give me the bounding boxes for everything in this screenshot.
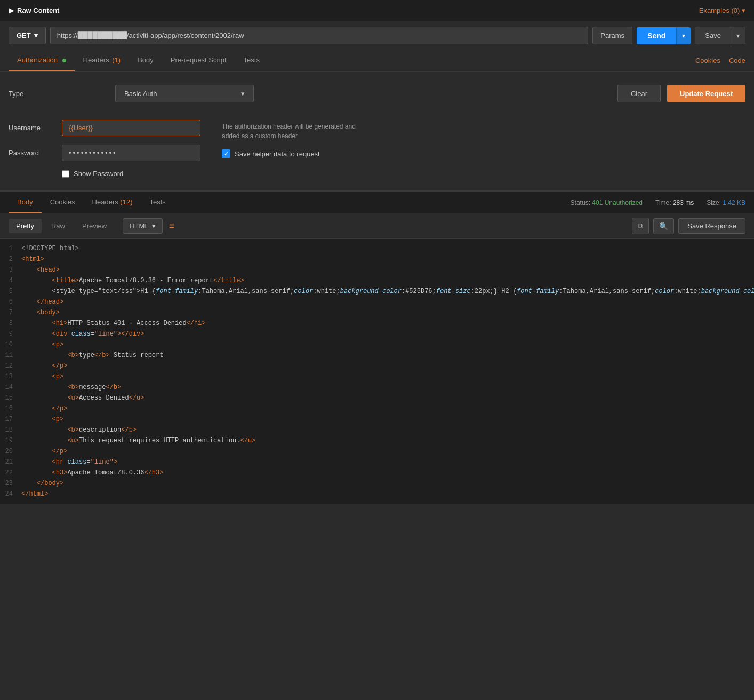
save-helper-checkbox[interactable]: ✓: [222, 149, 230, 158]
code-line: 22 <h3>Apache Tomcat/8.0.36</h3>: [0, 467, 754, 478]
code-line: 3 <head>: [0, 265, 754, 275]
status-label: Status: 401 Unauthorized: [571, 199, 643, 206]
tab-body[interactable]: Body: [129, 50, 162, 71]
format-select[interactable]: HTML ▾: [123, 218, 162, 234]
method-arrow-icon: ▾: [34, 31, 38, 39]
code-viewer: 1<!DOCTYPE html>2<html>3 <head>4 <title>…: [0, 239, 754, 504]
params-button[interactable]: Params: [592, 27, 632, 44]
auth-field-group: Username Password Show Password: [9, 120, 200, 178]
auth-status-dot: [62, 59, 66, 62]
size-value: 1.42 KB: [723, 199, 745, 206]
tab-pre-request[interactable]: Pre-request Script: [162, 50, 235, 71]
code-line: 7 <body>: [0, 307, 754, 318]
send-button[interactable]: Send: [637, 27, 676, 44]
resp-actions: ⧉ 🔍 Save Response: [632, 218, 745, 234]
auth-info: The authorization header will be generat…: [222, 120, 371, 178]
code-line: 10 <p>: [0, 339, 754, 350]
code-line: 12 </p>: [0, 361, 754, 371]
code-line: 2<html>: [0, 254, 754, 265]
username-label: Username: [9, 124, 62, 132]
copy-button[interactable]: ⧉: [632, 218, 649, 234]
time-value: 283 ms: [673, 199, 694, 206]
auth-type-select[interactable]: Basic Auth ▾: [115, 85, 254, 102]
body-status: Status: 401 Unauthorized Time: 283 ms Si…: [571, 199, 745, 206]
save-dropdown-button[interactable]: ▾: [731, 27, 745, 44]
auth-info-text: The authorization header will be generat…: [222, 122, 371, 141]
tab-headers-response[interactable]: Headers (12): [84, 192, 141, 213]
save-helper-row: ✓ Save helper data to request: [222, 149, 371, 158]
search-button[interactable]: 🔍: [653, 218, 674, 234]
code-line: 14 <b>message</b>: [0, 382, 754, 393]
code-line: 5 <style type="text/css">H1 {font-family…: [0, 286, 754, 297]
tab-tests[interactable]: Tests: [235, 50, 268, 71]
code-line: 18 <b>description</b>: [0, 425, 754, 435]
save-button[interactable]: Save: [695, 27, 731, 44]
code-line: 16 </p>: [0, 403, 754, 414]
type-label: Type: [9, 90, 115, 98]
code-line: 17 <p>: [0, 414, 754, 425]
auth-type-row: Type Basic Auth ▾ Clear Update Request: [9, 85, 745, 102]
tab-authorization[interactable]: Authorization: [9, 50, 75, 71]
save-button-group: Save ▾: [695, 27, 745, 44]
wrap-icon[interactable]: ≡: [169, 220, 175, 232]
auth-fields: Username Password Show Password The auth…: [9, 115, 745, 182]
send-dropdown-button[interactable]: ▾: [676, 27, 691, 44]
cookies-link[interactable]: Cookies: [695, 57, 720, 65]
code-line: 6 </head>: [0, 297, 754, 307]
size-label: Size: 1.42 KB: [707, 199, 745, 206]
show-password-label: Show Password: [74, 170, 123, 178]
password-label: Password: [9, 149, 62, 157]
code-line: 20 </p>: [0, 446, 754, 457]
tab-body-response[interactable]: Body: [9, 192, 42, 213]
time-label: Time: 283 ms: [655, 199, 694, 206]
code-line: 8 <h1>HTTP Status 401 - Access Denied</h…: [0, 318, 754, 329]
username-row: Username: [9, 120, 200, 136]
title-text: Raw Content: [17, 6, 59, 14]
body-tabs: Body Cookies Headers (12) Tests Status: …: [0, 191, 754, 213]
resp-tab-pretty[interactable]: Pretty: [9, 219, 42, 233]
code-link[interactable]: Code: [729, 57, 745, 65]
save-helper-label: Save helper data to request: [235, 150, 320, 158]
username-input[interactable]: [62, 120, 200, 136]
method-button[interactable]: GET ▾: [9, 27, 46, 44]
code-line: 21 <hr class="line">: [0, 457, 754, 467]
code-line: 23 </body>: [0, 478, 754, 489]
method-label: GET: [17, 31, 31, 39]
url-bar: GET ▾ Params Send ▾ Save ▾: [0, 21, 754, 50]
examples-link[interactable]: Examples (0) ▾: [699, 6, 745, 14]
type-arrow-icon: ▾: [241, 90, 245, 98]
code-line: 13 <p>: [0, 371, 754, 382]
format-arrow-icon: ▾: [152, 222, 156, 230]
save-response-button[interactable]: Save Response: [678, 218, 745, 234]
tab-headers[interactable]: Headers (1): [75, 50, 130, 71]
update-request-button[interactable]: Update Request: [667, 85, 745, 102]
tab-tests-response[interactable]: Tests: [141, 192, 174, 213]
code-line: 24</html>: [0, 489, 754, 499]
code-line: 15 <u>Access Denied</u>: [0, 393, 754, 403]
auth-buttons: Clear Update Request: [617, 85, 745, 102]
url-input[interactable]: [50, 27, 589, 44]
code-line: 9 <div class="line"></div>: [0, 329, 754, 339]
show-password-row: Show Password: [62, 170, 200, 178]
tab-cookies-response[interactable]: Cookies: [42, 192, 84, 213]
clear-button[interactable]: Clear: [617, 85, 661, 102]
password-input[interactable]: [62, 145, 200, 161]
password-row: Password: [9, 145, 200, 161]
auth-tabs: Authorization Headers (1) Body Pre-reque…: [0, 50, 754, 72]
resp-tab-raw[interactable]: Raw: [44, 219, 73, 233]
code-line: 11 <b>type</b> Status report: [0, 350, 754, 361]
status-value: 401 Unauthorized: [592, 199, 643, 206]
code-line: 19 <u>This request requires HTTP authent…: [0, 435, 754, 446]
code-line: 4 <title>Apache Tomcat/8.0.36 - Error re…: [0, 275, 754, 286]
response-toolbar: Pretty Raw Preview HTML ▾ ≡ ⧉ 🔍 Save Res…: [0, 213, 754, 239]
top-bar: ▶ Raw Content Examples (0) ▾: [0, 0, 754, 21]
send-button-group: Send ▾: [637, 27, 691, 44]
resp-tab-preview[interactable]: Preview: [75, 219, 114, 233]
auth-content: Type Basic Auth ▾ Clear Update Request U…: [0, 72, 754, 190]
code-line: 1<!DOCTYPE html>: [0, 243, 754, 254]
tab-right-links: Cookies Code: [695, 57, 745, 65]
page-title: ▶ Raw Content: [9, 6, 59, 14]
arrow-icon: ▶: [9, 6, 14, 14]
show-password-checkbox[interactable]: [62, 170, 69, 178]
